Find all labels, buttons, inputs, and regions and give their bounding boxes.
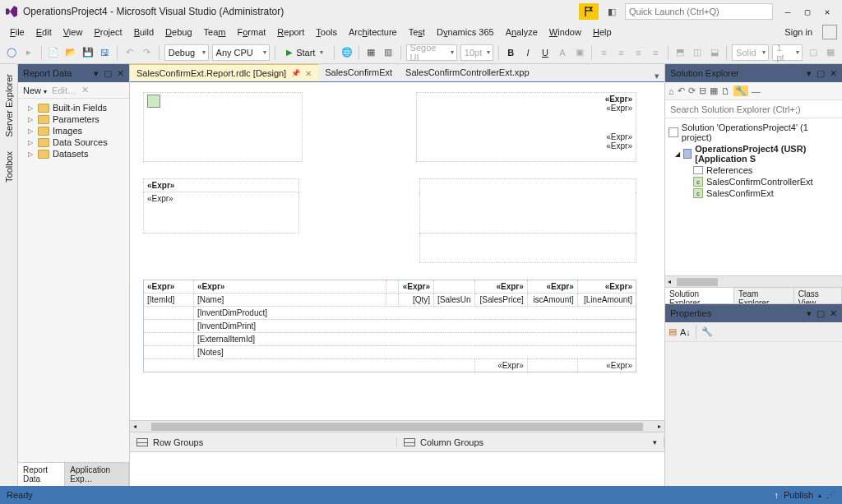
tool-2-icon[interactable]: ▥ xyxy=(382,44,396,61)
se-tab-solution[interactable]: Solution Explorer xyxy=(665,288,734,303)
se-preview-icon[interactable]: — xyxy=(752,86,761,96)
menu-tools[interactable]: Tools xyxy=(311,25,342,39)
col-header[interactable]: «Expr» xyxy=(475,280,527,294)
save-all-icon[interactable]: 🖫 xyxy=(98,44,112,61)
se-properties-icon[interactable]: 🔧 xyxy=(733,86,748,96)
tool-1-icon[interactable]: ▦ xyxy=(364,44,378,61)
props-close-icon[interactable]: ✕ xyxy=(830,308,837,319)
menu-view[interactable]: View xyxy=(58,25,88,39)
data-cell[interactable]: [Qty] xyxy=(399,294,434,307)
se-close-icon[interactable]: ✕ xyxy=(830,68,837,79)
se-back-icon[interactable]: ↶ xyxy=(678,86,685,96)
status-publish[interactable]: Publish xyxy=(784,490,813,500)
sign-in-link[interactable]: Sign in xyxy=(780,25,817,39)
col-header[interactable]: «Expr» xyxy=(144,280,194,294)
data-cell[interactable]: [LineAmount] xyxy=(577,294,636,307)
col-header[interactable]: «Expr» xyxy=(193,280,386,294)
data-cell[interactable]: [Notes] xyxy=(193,346,636,359)
tab-overflow-icon[interactable]: ▾ xyxy=(650,71,664,81)
tree-images[interactable]: ▷Images xyxy=(20,125,127,136)
footer-cell[interactable]: «Expr» xyxy=(577,359,636,372)
user-avatar-icon[interactable] xyxy=(822,25,837,39)
platform-combo[interactable]: Any CPU xyxy=(212,44,271,61)
data-cell[interactable]: [ExternalItemId] xyxy=(193,333,636,346)
report-designer[interactable]: «Expr» «Expr» «Expr» «Expr» «Expr» «Expr… xyxy=(130,82,664,420)
data-cell[interactable]: [InventDimProduct] xyxy=(193,307,636,320)
maximize-button[interactable]: ▢ xyxy=(801,5,814,18)
se-refresh-icon[interactable]: 🗋 xyxy=(721,86,730,96)
open-file-icon[interactable]: 📂 xyxy=(64,44,78,61)
menu-help[interactable]: Help xyxy=(588,25,617,39)
groups-body[interactable] xyxy=(130,451,664,486)
se-item-controller[interactable]: cSalesConfirmControllerExt xyxy=(667,176,840,187)
data-cell[interactable]: [InventDimPrint] xyxy=(193,320,636,333)
menu-edit[interactable]: Edit xyxy=(31,25,57,39)
menu-project[interactable]: Project xyxy=(89,25,127,39)
menu-debug[interactable]: Debug xyxy=(160,25,197,39)
pin-icon[interactable]: ▾ xyxy=(94,68,99,79)
data-cell[interactable]: iscAmount] xyxy=(527,294,577,307)
menu-team[interactable]: Team xyxy=(199,25,231,39)
se-project[interactable]: ◢OperationsProject4 (USR) [Application S xyxy=(667,143,840,164)
expr-cell[interactable]: «Expr» xyxy=(147,181,174,190)
se-references[interactable]: References xyxy=(667,164,840,176)
col-header[interactable] xyxy=(434,280,475,294)
report-data-tree[interactable]: ▷Built-in Fields ▷Parameters ▷Images ▷Da… xyxy=(18,99,129,462)
close-panel-icon[interactable]: ✕ xyxy=(117,68,124,79)
pin-icon[interactable]: 📌 xyxy=(291,69,300,77)
menu-test[interactable]: Test xyxy=(404,25,430,39)
expr-cell[interactable]: «Expr» xyxy=(420,132,632,141)
menu-file[interactable]: File xyxy=(5,25,30,39)
doctab-salesconfirm[interactable]: SalesConfirmExt xyxy=(318,64,399,81)
se-item-ext[interactable]: cSalesConfirmExt xyxy=(667,187,840,199)
menu-dynamics[interactable]: Dynamics 365 xyxy=(432,25,499,39)
data-cell[interactable] xyxy=(386,294,398,307)
menu-window[interactable]: Window xyxy=(544,25,586,39)
categorized-icon[interactable]: ▤ xyxy=(669,326,677,337)
se-dropdown-icon[interactable]: ▾ xyxy=(807,68,812,79)
alphabetical-icon[interactable]: A↓ xyxy=(680,327,691,337)
se-tree[interactable]: Solution 'OperationsProject4' (1 project… xyxy=(665,118,842,275)
quick-launch-input[interactable] xyxy=(625,3,773,20)
bt-report-data[interactable]: Report Data xyxy=(18,463,65,486)
expr-cell[interactable]: «Expr» xyxy=(420,141,632,150)
expr-cell[interactable]: «Expr» xyxy=(420,95,632,104)
doctab-design[interactable]: SalesConfirmExt.Report.rdlc [Design]📌✕ xyxy=(130,64,318,81)
horizontal-scrollbar[interactable]: ◂▸ xyxy=(130,420,664,432)
doctab-controller[interactable]: SalesConfirmControllerExt.xpp xyxy=(399,64,535,81)
se-tab-team[interactable]: Team Explorer xyxy=(734,288,794,303)
col-header[interactable] xyxy=(386,280,398,294)
redo-icon[interactable]: ↷ xyxy=(140,44,154,61)
undo-icon[interactable]: ↶ xyxy=(123,44,136,61)
data-cell[interactable]: [Name] xyxy=(193,294,386,307)
save-icon[interactable]: 💾 xyxy=(81,44,95,61)
data-cell[interactable]: [SalesPrice] xyxy=(475,294,527,307)
props-dropdown-icon[interactable]: ▾ xyxy=(807,308,812,319)
rd-new[interactable]: New ▾ xyxy=(23,86,47,95)
props-tool-icon[interactable]: 🔧 xyxy=(701,326,713,337)
properties-body[interactable] xyxy=(665,342,842,486)
expr-cell[interactable]: «Expr» xyxy=(147,194,173,203)
close-button[interactable]: ✕ xyxy=(821,5,834,18)
se-sync-icon[interactable]: ⟳ xyxy=(688,86,696,96)
tree-datasets[interactable]: ▷Datasets xyxy=(20,148,127,160)
tree-parameters[interactable]: ▷Parameters xyxy=(20,113,127,125)
col-header[interactable]: «Expr» xyxy=(527,280,577,294)
close-tab-icon[interactable]: ✕ xyxy=(305,69,312,78)
se-tab-classview[interactable]: Class View xyxy=(794,288,842,303)
se-showall-icon[interactable]: ▦ xyxy=(710,86,718,96)
tree-builtin-fields[interactable]: ▷Built-in Fields xyxy=(20,102,127,113)
expr-cell[interactable]: «Expr» xyxy=(420,104,632,113)
start-button[interactable]: ▶Start▾ xyxy=(280,44,329,61)
dock-icon[interactable]: ▢ xyxy=(104,68,112,79)
resize-grip-icon[interactable]: ⋰ xyxy=(826,490,835,501)
menu-format[interactable]: Format xyxy=(232,25,271,39)
tab-server-explorer[interactable]: Server Explorer xyxy=(2,67,16,143)
se-search-input[interactable] xyxy=(665,100,842,118)
minimize-button[interactable]: — xyxy=(781,5,794,18)
tree-data-sources[interactable]: ▷Data Sources xyxy=(20,136,127,148)
props-pin-icon[interactable]: ▢ xyxy=(817,308,825,319)
menu-report[interactable]: Report xyxy=(272,25,309,39)
config-combo[interactable]: Debug xyxy=(164,44,209,61)
se-collapse-icon[interactable]: ⊟ xyxy=(699,86,706,96)
